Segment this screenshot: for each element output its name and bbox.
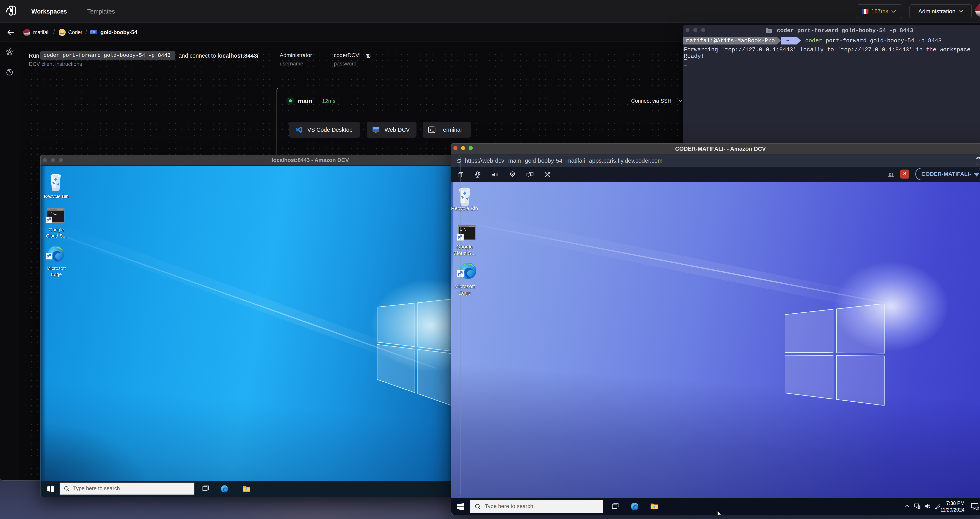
svg-text:1: 1 <box>977 507 978 510</box>
